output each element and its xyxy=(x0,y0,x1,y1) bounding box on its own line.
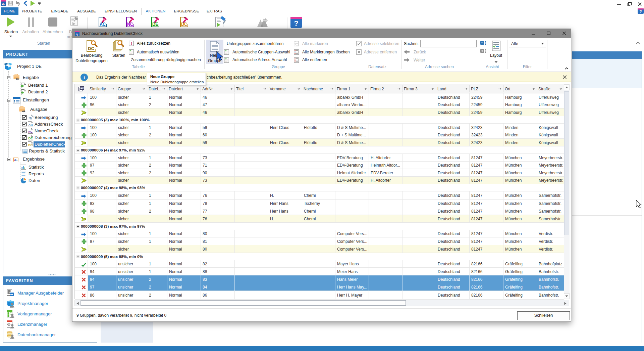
svg-text:©: © xyxy=(8,323,10,325)
svg-text:DE: DE xyxy=(29,136,33,140)
svg-text:?: ? xyxy=(639,9,642,14)
svg-text:q.: q. xyxy=(2,2,5,5)
svg-text:DC: DC xyxy=(88,46,95,51)
svg-text:i: i xyxy=(84,75,85,80)
svg-text:!: ! xyxy=(131,41,132,45)
svg-text:DC: DC xyxy=(29,143,33,147)
svg-text:?: ? xyxy=(294,19,298,28)
svg-text:q.: q. xyxy=(76,33,78,36)
svg-text:NC: NC xyxy=(29,130,33,133)
svg-text:AC: AC xyxy=(29,123,33,127)
